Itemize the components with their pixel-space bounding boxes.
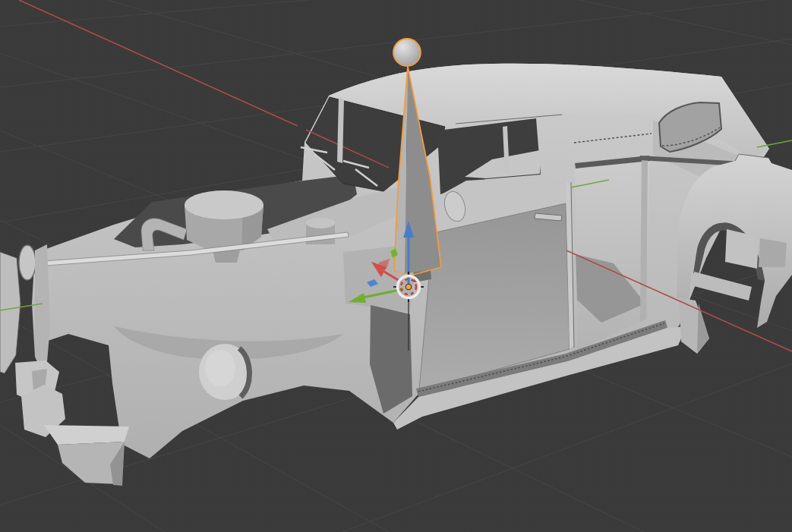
left-headlight-hint [19,245,36,280]
cursor-center-dot [405,284,412,290]
blender-3d-viewport[interactable] [0,0,792,532]
headlight[interactable] [199,344,251,400]
bumper-horn-top [44,425,129,445]
wheelwell-inner-panel-2 [759,238,787,267]
sphere-mesh[interactable] [393,39,421,66]
